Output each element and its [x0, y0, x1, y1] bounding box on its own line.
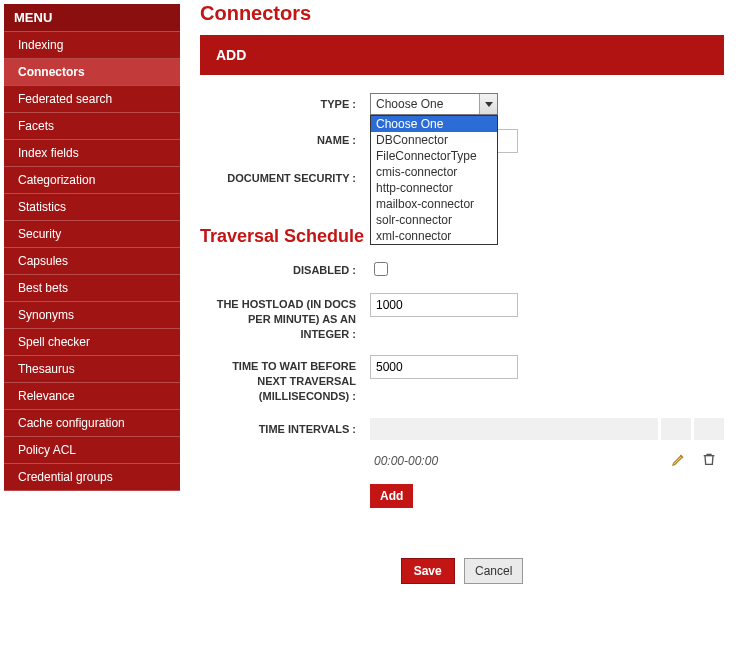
edit-interval-button[interactable]: [664, 446, 694, 476]
sidebar-item-categorization[interactable]: Categorization: [4, 167, 180, 194]
sidebar-item-statistics[interactable]: Statistics: [4, 194, 180, 221]
type-option-xml-connector[interactable]: xml-connector: [371, 228, 497, 244]
hostload-input[interactable]: [370, 293, 518, 317]
sidebar-item-security[interactable]: Security: [4, 221, 180, 248]
intervals-header-row: [370, 418, 724, 440]
action-bar: Save Cancel: [200, 558, 724, 584]
sidebar-item-policy-acl[interactable]: Policy ACL: [4, 437, 180, 464]
main-content: Connectors ADD TYPE : Choose One Choose …: [180, 0, 742, 604]
type-select[interactable]: Choose One: [370, 93, 498, 115]
disabled-checkbox[interactable]: [374, 262, 388, 276]
hostload-label: THE HOSTLOAD (IN DOCS PER MINUTE) AS AN …: [200, 293, 370, 342]
sidebar-item-cache-configuration[interactable]: Cache configuration: [4, 410, 180, 437]
sidebar-item-indexing[interactable]: Indexing: [4, 32, 180, 59]
chevron-down-icon: [479, 94, 497, 114]
interval-value: 00:00-00:00: [370, 448, 664, 474]
type-option-http-connector[interactable]: http-connector: [371, 180, 497, 196]
sidebar-item-facets[interactable]: Facets: [4, 113, 180, 140]
sidebar-item-relevance[interactable]: Relevance: [4, 383, 180, 410]
type-label: TYPE :: [200, 93, 370, 112]
add-header: ADD: [200, 35, 724, 75]
add-interval-button[interactable]: Add: [370, 484, 413, 508]
name-label: NAME :: [200, 129, 370, 148]
cancel-button[interactable]: Cancel: [464, 558, 523, 584]
disabled-label: DISABLED :: [200, 259, 370, 278]
sidebar-item-synonyms[interactable]: Synonyms: [4, 302, 180, 329]
sidebar-item-federated-search[interactable]: Federated search: [4, 86, 180, 113]
sidebar-item-thesaurus[interactable]: Thesaurus: [4, 356, 180, 383]
sidebar-header: MENU: [4, 4, 180, 32]
type-dropdown-list: Choose One DBConnector FileConnectorType…: [370, 115, 498, 245]
page-title: Connectors: [200, 2, 724, 25]
sidebar-item-credential-groups[interactable]: Credential groups: [4, 464, 180, 491]
sidebar: MENU Indexing Connectors Federated searc…: [4, 4, 180, 491]
type-option-fileconnectortype[interactable]: FileConnectorType: [371, 148, 497, 164]
sidebar-item-capsules[interactable]: Capsules: [4, 248, 180, 275]
type-option-mailbox-connector[interactable]: mailbox-connector: [371, 196, 497, 212]
intervals-header-cell: [370, 418, 658, 440]
sidebar-item-index-fields[interactable]: Index fields: [4, 140, 180, 167]
type-option-solr-connector[interactable]: solr-connector: [371, 212, 497, 228]
sidebar-item-best-bets[interactable]: Best bets: [4, 275, 180, 302]
intervals-header-edit-cell: [661, 418, 691, 440]
type-option-dbconnector[interactable]: DBConnector: [371, 132, 497, 148]
sidebar-item-connectors[interactable]: Connectors: [4, 59, 180, 86]
sidebar-item-spell-checker[interactable]: Spell checker: [4, 329, 180, 356]
type-option-cmis-connector[interactable]: cmis-connector: [371, 164, 497, 180]
wait-label: TIME TO WAIT BEFORE NEXT TRAVERSAL (MILL…: [200, 355, 370, 404]
wait-input[interactable]: [370, 355, 518, 379]
delete-interval-button[interactable]: [694, 446, 724, 476]
save-button[interactable]: Save: [401, 558, 455, 584]
type-option-choose-one[interactable]: Choose One: [371, 116, 497, 132]
document-security-label: DOCUMENT SECURITY :: [200, 167, 370, 186]
pencil-icon: [671, 451, 687, 470]
intervals-label: TIME INTERVALS :: [200, 418, 370, 437]
interval-row: 00:00-00:00: [370, 446, 724, 476]
type-select-value: Choose One: [376, 97, 443, 111]
trash-icon: [701, 451, 717, 470]
intervals-header-delete-cell: [694, 418, 724, 440]
